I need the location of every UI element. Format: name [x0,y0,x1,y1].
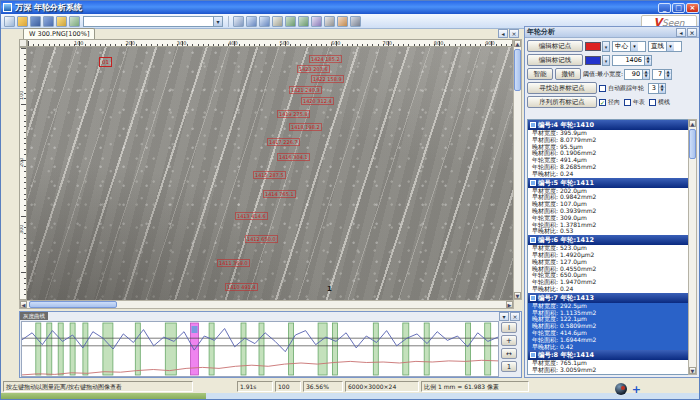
scroll-up-icon[interactable]: ▲ [514,40,521,47]
scroll-down-icon[interactable]: ▼ [689,367,696,374]
ring-boundary-bar[interactable] [209,323,214,375]
ring-entry-body[interactable]: 早材宽度: 395.9μm早材面积: 8.0779mm2晚材宽度: 95.5μm… [528,130,689,178]
grid-icon[interactable] [324,16,335,27]
chevron-down-icon[interactable]: ▾ [602,55,610,66]
chevron-down-icon[interactable]: ▾ [666,42,674,51]
spin-down-icon[interactable]: ▼ [659,88,665,93]
select-rect-icon[interactable] [272,16,283,27]
checkbox-icon[interactable]: ✓ [599,99,606,106]
globe-icon[interactable] [615,383,627,395]
scroll-down-icon[interactable]: ▼ [514,292,521,299]
mode-combo[interactable]: 中心 ▾ [612,41,646,52]
ring-boundary-bar[interactable] [289,323,294,375]
image-select-combo[interactable]: ▾ [83,16,223,27]
curve-close-icon[interactable]: × [510,312,520,321]
chevron-down-icon[interactable]: ▾ [602,41,610,52]
spin-down-icon[interactable]: ▼ [665,74,671,79]
open-icon[interactable] [17,16,28,27]
edit-mark-line-button[interactable]: 编辑标记线 [527,54,583,66]
point-color-swatch[interactable] [585,42,601,51]
close-doc-icon[interactable]: × [509,29,519,38]
curve-tool-button-2[interactable]: ↔ [501,348,517,359]
edit-mark-point-button[interactable]: 编辑标记点 [527,40,583,52]
ring-entry-body[interactable]: 早材宽度: 292.5μm早材面积: 1.1135mm2晚材宽度: 122.1μ… [528,303,689,351]
auto-track-checkbox[interactable]: 自动跟踪年轮 [599,84,644,93]
collapse-icon[interactable]: ◂ [498,29,508,38]
magnifier-icon[interactable] [233,16,244,27]
ring-boundary-bar[interactable] [259,323,264,375]
pin-icon[interactable]: ◂ [676,28,686,37]
ring-boundary-bar[interactable] [318,323,327,375]
curve-tool-button-1[interactable]: + [501,335,517,346]
fit-window-icon[interactable] [311,16,322,27]
radial-checkbox[interactable]: ✓ 径向 [599,98,620,107]
settings-icon[interactable] [350,16,361,27]
checkbox-icon[interactable] [599,85,606,92]
list-scrollbar[interactable]: ▲ ▼ [688,119,697,375]
line-type-combo[interactable]: 直线 ▾ [648,41,682,52]
vertical-scrollbar[interactable]: ▲ ▼ [513,39,522,300]
start-year-spinner[interactable]: 1406 ▲▼ [612,55,652,66]
pin-icon[interactable]: ▾ [499,312,509,321]
ring-boundary-bar[interactable] [424,323,429,375]
ring-boundary-bar[interactable] [165,323,176,375]
zoom-in-icon[interactable] [246,16,257,27]
checkbox-icon[interactable] [624,99,631,106]
ring-boundary-bar[interactable] [47,323,52,375]
measure-icon[interactable] [69,16,80,27]
ring-boundary-bar[interactable] [485,323,491,375]
hline-checkbox[interactable]: 横线 [649,98,670,107]
smart-button[interactable]: 智能 [527,68,553,80]
curve-tool-button-0[interactable]: I [501,322,517,333]
chronology-checkbox[interactable]: 年表 [624,98,645,107]
ring-entry-body[interactable]: 早材宽度: 765.1μm早材面积: 3.0059mm2 [528,360,689,374]
save-icon[interactable] [30,16,41,27]
ring-boundary-bar[interactable] [403,323,409,375]
gray-curve-chart[interactable] [21,321,499,377]
maximize-button[interactable]: □ [672,3,685,13]
wood-sample-image[interactable]: 011424 185.21423 203.61422 158.91421 240… [27,47,513,300]
close-button[interactable]: × [686,3,699,13]
ring-boundary-bar[interactable] [83,323,88,375]
panel-close-icon[interactable]: × [687,28,697,37]
scroll-left-icon[interactable]: ◀ [20,301,27,308]
rotate-right-icon[interactable] [298,16,309,27]
chevron-down-icon[interactable]: ▾ [630,42,638,51]
ring-boundary-bar[interactable] [103,323,113,375]
ring-boundary-bar[interactable] [466,323,471,375]
ring-boundary-bar[interactable] [332,323,337,375]
ring-entry-body[interactable]: 早材宽度: 523.0μm早材面积: 1.4920μm2晚材宽度: 127.0μ… [528,245,689,293]
ring-boundary-bar[interactable] [241,323,246,375]
pencil-icon[interactable] [56,16,67,27]
new-icon[interactable] [4,16,15,27]
pan-hand-icon[interactable] [337,16,348,27]
horizontal-scrollbar[interactable]: ◀ ▶ [19,300,514,309]
chevron-down-icon[interactable]: ▾ [213,17,222,26]
find-boundary-button[interactable]: 寻找边界标记点 [527,82,597,94]
rotate-left-icon[interactable] [285,16,296,27]
plus-icon[interactable]: + [632,384,641,395]
vscroll-thumb[interactable] [514,49,521,91]
line-color-swatch[interactable] [585,56,601,65]
ring-boundary-bar[interactable] [70,323,75,375]
undo-button[interactable]: 撤销 [555,68,581,80]
ring-boundary-bar[interactable] [135,323,140,375]
minimize-button[interactable]: _ [658,3,671,13]
checkbox-icon[interactable] [649,99,656,106]
hscroll-thumb[interactable] [29,301,117,308]
ring-boundary-bar[interactable] [373,323,378,375]
ring-boundary-bar[interactable] [36,323,41,375]
sequence-marks-button[interactable]: 序列所有标记点 [527,96,597,108]
document-tab[interactable]: W 300.PNG[100%] [23,28,95,39]
zoom-out-icon[interactable] [259,16,270,27]
save-all-icon[interactable] [43,16,54,27]
scroll-up-icon[interactable]: ▲ [689,120,696,127]
ring-boundary-bar[interactable] [58,323,63,375]
spin-down-icon[interactable]: ▼ [645,60,651,65]
threshold-spinner[interactable]: 90 ▲▼ [624,69,650,80]
spin-down-icon[interactable]: ▼ [643,74,649,79]
track-count-spinner[interactable]: 3 ▲▼ [648,83,666,94]
list-scroll-thumb[interactable] [689,129,696,159]
min-width-spinner[interactable]: 7 ▲▼ [652,69,672,80]
scroll-right-icon[interactable]: ▶ [506,301,513,308]
